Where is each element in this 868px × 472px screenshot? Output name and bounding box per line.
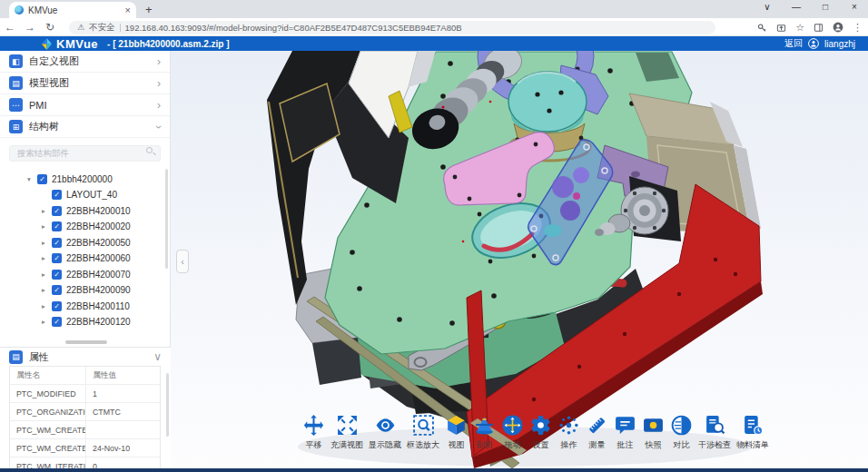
tree-node[interactable]: ▸ ✓ 22BBH4200120 bbox=[0, 314, 170, 330]
tree-node-root[interactable]: ▾ ✓ 21bbh4200000 bbox=[0, 172, 170, 188]
expander-right-icon[interactable]: ▸ bbox=[40, 302, 47, 310]
fit-view-icon bbox=[336, 414, 359, 437]
panel-model-views[interactable]: ▤ 模型视图 › bbox=[0, 73, 170, 94]
fit-view-button[interactable]: 充满视图 bbox=[330, 414, 363, 451]
annotate-icon bbox=[614, 414, 636, 437]
tree-node[interactable]: ✓ LAYOUT_40 bbox=[0, 187, 170, 203]
expander-right-icon[interactable]: ▸ bbox=[40, 254, 47, 262]
window-maximize-button[interactable]: □ bbox=[819, 2, 832, 12]
panel-custom-views[interactable]: ◧ 自定义视图 › bbox=[0, 51, 170, 73]
expander-right-icon[interactable]: ▸ bbox=[40, 270, 47, 279]
view-cube-icon bbox=[445, 414, 468, 437]
chevron-down-icon: › bbox=[153, 125, 164, 129]
3d-model[interactable] bbox=[171, 51, 868, 468]
expander-right-icon[interactable]: ▸ bbox=[40, 239, 47, 247]
checkbox-checked[interactable]: ✓ bbox=[52, 270, 62, 280]
operate-button[interactable]: 操作 bbox=[557, 414, 580, 451]
tree-node-label: LAYOUT_40 bbox=[66, 190, 117, 200]
checkbox-checked[interactable]: ✓ bbox=[52, 317, 62, 327]
app-header: KMVue - [ 21bbh4200000.asm.2.zip ] 返回 li… bbox=[0, 36, 868, 51]
expander-right-icon[interactable]: ▸ bbox=[40, 318, 47, 326]
tree-node[interactable]: ▸ ✓ 22BBH4200050 bbox=[0, 235, 170, 251]
logo-text: KMVue bbox=[56, 37, 98, 51]
snapshot-button[interactable]: 快照 bbox=[642, 414, 665, 451]
document-title: - [ 21bbh4200000.asm.2.zip ] bbox=[107, 39, 230, 49]
show-hide-button[interactable]: 显示隐藏 bbox=[369, 414, 401, 451]
forward-icon[interactable]: → bbox=[20, 21, 40, 34]
checkbox-checked[interactable]: ✓ bbox=[52, 285, 62, 295]
settings-button[interactable]: 设置 bbox=[529, 414, 552, 451]
section-icon bbox=[473, 414, 496, 437]
user-avatar-icon[interactable] bbox=[808, 38, 819, 49]
kmvue-favicon-icon bbox=[15, 5, 24, 15]
new-tab-button[interactable]: + bbox=[145, 3, 153, 16]
tree-node-label: 22BBH4200070 bbox=[66, 270, 131, 280]
tree-node[interactable]: ▸ ✓ 22BBH4200110 bbox=[0, 299, 170, 315]
box-zoom-button[interactable]: 框选放大 bbox=[407, 414, 439, 451]
window-close-button[interactable]: × bbox=[848, 2, 861, 12]
back-icon[interactable]: ← bbox=[0, 21, 20, 34]
back-button[interactable]: 返回 bbox=[784, 37, 803, 50]
checkbox-checked[interactable]: ✓ bbox=[52, 190, 62, 200]
expander-down-icon[interactable]: ▾ bbox=[25, 175, 33, 183]
window-minimize-button[interactable]: — bbox=[790, 2, 803, 12]
checkbox-checked[interactable]: ✓ bbox=[52, 221, 62, 231]
panel-label: 自定义视图 bbox=[29, 54, 151, 68]
username[interactable]: liangzhj bbox=[824, 39, 855, 49]
checkbox-checked[interactable]: ✓ bbox=[37, 174, 47, 184]
bookmark-star-icon[interactable]: ☆ bbox=[795, 23, 804, 33]
toolbar-label: 干涉检查 bbox=[698, 439, 731, 451]
panel-pmi[interactable]: ⋯ PMI › bbox=[0, 94, 170, 116]
bom-button[interactable]: 物料清单 bbox=[736, 414, 769, 451]
table-row: PTC_WM_CREATED_... 24-Nov-10 bbox=[10, 439, 160, 457]
table-row: PTC_ORGANIZATIO... CTMTC bbox=[10, 403, 160, 421]
annotate-button[interactable]: 批注 bbox=[614, 414, 636, 451]
pan-icon bbox=[302, 414, 325, 437]
profile-avatar-icon[interactable] bbox=[833, 22, 843, 33]
box-zoom-icon bbox=[412, 414, 435, 437]
browser-menu-icon[interactable]: ⋮ bbox=[853, 23, 863, 33]
tree-node[interactable]: ▸ ✓ 22BBH4200090 bbox=[0, 282, 170, 299]
search-input[interactable] bbox=[9, 145, 161, 162]
tree-scrollbar[interactable] bbox=[165, 169, 168, 269]
view-cube-button[interactable]: 视图 bbox=[445, 414, 468, 451]
browser-tab[interactable]: KMVue × bbox=[9, 2, 136, 18]
checkbox-checked[interactable]: ✓ bbox=[52, 301, 62, 311]
horizontal-scrollbar[interactable] bbox=[65, 340, 107, 344]
compare-button[interactable]: 对比 bbox=[670, 414, 693, 451]
section-button[interactable]: 剖切 bbox=[473, 414, 496, 451]
tree-node[interactable]: ▸ ✓ 22BBH4200010 bbox=[0, 203, 170, 220]
send-to-device-icon[interactable] bbox=[776, 23, 786, 33]
interference-check-button[interactable]: 干涉检查 bbox=[698, 414, 731, 451]
toolbar-label: 物料清单 bbox=[736, 439, 769, 451]
properties-scrollbar[interactable] bbox=[166, 373, 169, 437]
expander-right-icon[interactable]: ▸ bbox=[40, 222, 47, 231]
sidebar-collapse-button[interactable]: ‹ bbox=[176, 250, 189, 273]
browser-toolbar: ← → ↻ ⚠ 不安全 192.168.40.163:9093/#/model-… bbox=[0, 18, 868, 36]
pan-button[interactable]: 平移 bbox=[302, 414, 325, 451]
properties-header[interactable]: ▤ 属性 ∨ bbox=[0, 348, 171, 366]
address-bar[interactable]: ⚠ 不安全 192.168.40.163:9093/#/model-browsi… bbox=[69, 21, 715, 34]
drag-button[interactable]: 拖动 bbox=[501, 414, 524, 451]
toolbar-label: 框选放大 bbox=[407, 439, 439, 451]
model-viewport[interactable]: ‹ 平移 充满视图 显示隐藏 框选放大 视图 bbox=[171, 51, 868, 468]
pmi-icon: ⋯ bbox=[9, 98, 23, 112]
checkbox-checked[interactable]: ✓ bbox=[52, 206, 62, 216]
panel-structure-tree[interactable]: ⊞ 结构树 › bbox=[0, 116, 170, 138]
window-menu-icon[interactable]: ∨ bbox=[761, 2, 774, 12]
tree-node[interactable]: ▸ ✓ 22BBH4200060 bbox=[0, 251, 170, 267]
url-text: 192.168.40.163:9093/#/model-browsing?id=… bbox=[125, 23, 462, 33]
tree-node[interactable]: ▸ ✓ 22BBH4200070 bbox=[0, 267, 170, 283]
side-panel-icon[interactable] bbox=[814, 23, 824, 33]
expander-right-icon[interactable]: ▸ bbox=[40, 207, 47, 215]
checkbox-checked[interactable]: ✓ bbox=[52, 253, 62, 263]
tree-node-label: 22BBH4200050 bbox=[66, 238, 131, 248]
reload-icon[interactable]: ↻ bbox=[40, 21, 60, 34]
checkbox-checked[interactable]: ✓ bbox=[52, 238, 62, 248]
show-hide-icon bbox=[374, 414, 397, 437]
key-icon[interactable] bbox=[757, 23, 767, 33]
measure-button[interactable]: 测量 bbox=[586, 414, 608, 451]
tab-close-icon[interactable]: × bbox=[125, 5, 131, 15]
tree-node[interactable]: ▸ ✓ 22BBH4200020 bbox=[0, 219, 170, 235]
expander-right-icon[interactable]: ▸ bbox=[40, 286, 47, 294]
